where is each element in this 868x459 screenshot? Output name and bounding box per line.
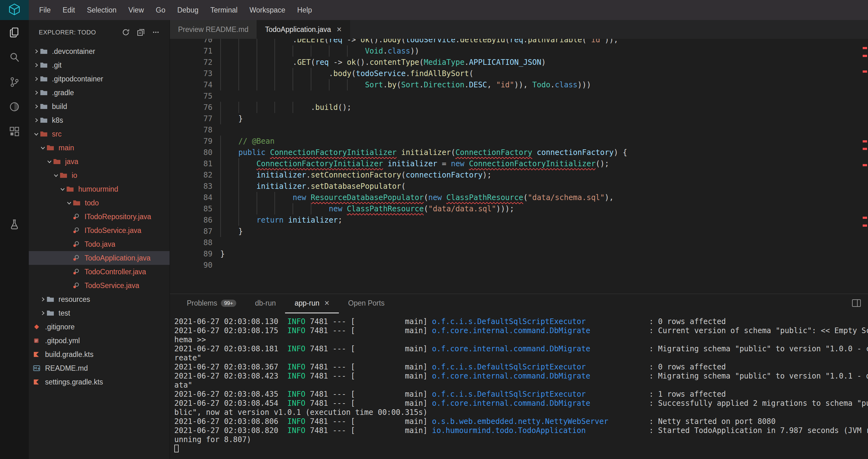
java-file-icon xyxy=(72,255,82,261)
chevron-right-icon xyxy=(40,310,46,316)
line-number: 89 xyxy=(170,248,213,260)
panel-actions xyxy=(852,294,861,313)
terminal-line: 2021-06-27 02:03:08.423 INFO 7481 --- [ … xyxy=(174,372,868,381)
folder-icon xyxy=(40,103,50,110)
close-icon[interactable]: × xyxy=(337,25,342,34)
panel-layout-icon[interactable] xyxy=(852,299,861,308)
chevron-right-icon xyxy=(33,90,40,96)
source-control-icon[interactable] xyxy=(0,69,29,94)
tree-item-.devcontainer[interactable]: .devcontainer xyxy=(29,45,169,58)
editor-tab-bar: Preview README.mdTodoApplication.java× xyxy=(170,20,868,39)
tree-item-label: .gitpod.yml xyxy=(45,337,80,345)
menu-item-terminal[interactable]: Terminal xyxy=(204,0,243,20)
tree-item-label: k8s xyxy=(52,116,63,124)
tree-item-.gitpodcontainer[interactable]: .gitpodcontainer xyxy=(29,72,169,86)
bottom-panel: Problems99+db-runapp-run×Open Ports 2021… xyxy=(170,294,868,459)
tree-item-.gitignore[interactable]: .gitignore xyxy=(29,320,169,334)
tree-item-label: TodoController.java xyxy=(85,268,146,276)
tree-item-TodoService.java[interactable]: TodoService.java xyxy=(29,279,169,292)
menu-item-view[interactable]: View xyxy=(122,0,150,20)
menu-item-file[interactable]: File xyxy=(33,0,57,20)
git-file-icon xyxy=(33,323,42,330)
line-content: } xyxy=(220,248,868,260)
panel-tab-open-ports[interactable]: Open Ports xyxy=(339,294,394,313)
tree-item-build[interactable]: build xyxy=(29,99,169,113)
menu-item-edit[interactable]: Edit xyxy=(57,0,81,20)
tree-item-build.gradle.kts[interactable]: build.gradle.kts xyxy=(29,347,169,361)
menu-item-help[interactable]: Help xyxy=(291,0,318,20)
panel-tab-app-run[interactable]: app-run× xyxy=(285,294,339,313)
line-number: 70 xyxy=(170,39,213,46)
debug-icon[interactable] xyxy=(0,94,29,119)
collapse-all-icon[interactable] xyxy=(136,28,145,37)
code-line: 70 .DELETE(req -> ok().body(todoService.… xyxy=(170,39,868,46)
tree-item-label: TodoApplication.java xyxy=(85,254,151,262)
tree-item-TodoApplication.java[interactable]: TodoApplication.java xyxy=(29,251,169,265)
tree-item-src[interactable]: src xyxy=(29,127,169,141)
tree-item-main[interactable]: main xyxy=(29,141,169,155)
tree-item-.gradle[interactable]: .gradle xyxy=(29,86,169,99)
tree-item-label: io xyxy=(72,171,77,180)
tree-item-label: build xyxy=(52,103,67,111)
menu-item-workspace[interactable]: Workspace xyxy=(243,0,291,20)
test-flask-icon[interactable] xyxy=(0,212,29,237)
line-number: 87 xyxy=(170,226,213,237)
menu-item-debug[interactable]: Debug xyxy=(171,0,204,20)
code-line: 89} xyxy=(170,248,868,260)
tree-item-todo[interactable]: todo xyxy=(29,196,169,210)
line-content xyxy=(220,237,868,248)
tree-item-label: .gitpodcontainer xyxy=(52,75,103,83)
tree-item-.gitpod.yml[interactable]: .gitpod.yml xyxy=(29,334,169,347)
error-mark xyxy=(863,70,867,73)
menubar-items: FileEditSelectionViewGoDebugTerminalWork… xyxy=(29,0,318,20)
tree-item-settings.gradle.kts[interactable]: settings.gradle.kts xyxy=(29,375,169,389)
java-file-icon xyxy=(72,227,82,234)
menu-item-go[interactable]: Go xyxy=(150,0,172,20)
editor-tab[interactable]: Preview README.md xyxy=(170,20,257,39)
tab-label: TodoApplication.java xyxy=(265,25,331,34)
line-content: .DELETE(req -> ok().body(todoService.del… xyxy=(220,39,868,46)
panel-tab-problems[interactable]: Problems99+ xyxy=(178,294,246,313)
tree-item-ITodoService.java[interactable]: ITodoService.java xyxy=(29,224,169,237)
tree-item-TodoController.java[interactable]: TodoController.java xyxy=(29,265,169,279)
tree-item-Todo.java[interactable]: Todo.java xyxy=(29,237,169,251)
extensions-icon[interactable] xyxy=(0,119,29,144)
folder-icon xyxy=(66,186,76,192)
code-line: 88 xyxy=(170,237,868,248)
line-content: return initializer; xyxy=(220,214,868,226)
tree-item-k8s[interactable]: k8s xyxy=(29,113,169,127)
refresh-icon[interactable] xyxy=(121,28,130,37)
close-icon[interactable]: × xyxy=(324,299,330,308)
tree-item-io[interactable]: io xyxy=(29,168,169,182)
code-line: 82 initializer.setConnectionFactory(conn… xyxy=(170,169,868,181)
overview-ruler[interactable] xyxy=(862,39,868,294)
line-content: .GET(req -> ok().contentType(MediaType.A… xyxy=(220,57,868,68)
tree-item-README.md[interactable]: README.md xyxy=(29,361,169,375)
code-line: 85 new ClassPathResource("data/data.sql"… xyxy=(170,203,868,214)
line-content: initializer.setDatabasePopulator( xyxy=(220,181,868,192)
tree-item-.git[interactable]: .git xyxy=(29,58,169,72)
line-number: 82 xyxy=(170,169,213,181)
folder-icon xyxy=(40,62,50,68)
terminal-line: unning for 8.807) xyxy=(174,435,868,444)
panel-tab-db-run[interactable]: db-run xyxy=(246,294,285,313)
code-line: 84 new ResourceDatabasePopulator(new Cla… xyxy=(170,192,868,203)
editor[interactable]: 70 .DELETE(req -> ok().body(todoService.… xyxy=(170,39,868,294)
search-icon[interactable] xyxy=(0,45,29,69)
tree-item-ITodoRepository.java[interactable]: ITodoRepository.java xyxy=(29,210,169,224)
line-content: // @Bean xyxy=(220,136,868,147)
editor-tab[interactable]: TodoApplication.java× xyxy=(257,20,350,39)
chevron-down-icon xyxy=(40,145,46,151)
more-actions-icon[interactable] xyxy=(151,28,160,37)
folder-icon xyxy=(46,296,56,303)
tree-item-resources[interactable]: resources xyxy=(29,292,169,306)
tree-item-humourmind[interactable]: humourmind xyxy=(29,182,169,196)
line-content: } xyxy=(220,113,868,124)
tree-item-java[interactable]: java xyxy=(29,155,169,168)
explorer-icon[interactable] xyxy=(0,20,29,45)
app-logo[interactable] xyxy=(0,0,29,20)
menu-item-selection[interactable]: Selection xyxy=(81,0,123,20)
terminal[interactable]: 2021-06-27 02:03:08.130 INFO 7481 --- [ … xyxy=(170,313,868,459)
code-line: 71 Void.class)) xyxy=(170,46,868,57)
tree-item-test[interactable]: test xyxy=(29,306,169,320)
